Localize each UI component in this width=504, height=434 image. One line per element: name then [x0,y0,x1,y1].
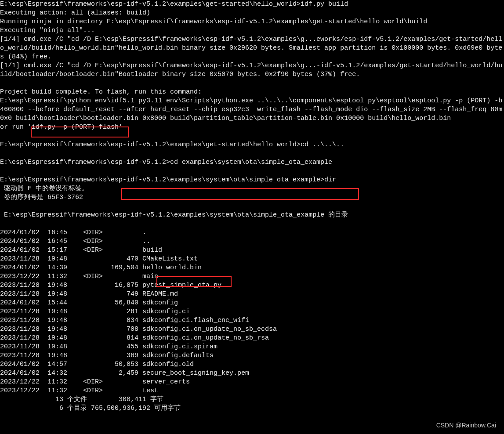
terminal-line: 2023/11/28 19:48 455 sdkconfig.ci.spiram [0,343,504,351]
terminal-line: Project build complete. To flash, run th… [0,88,504,97]
terminal-line: 13 个文件 300,411 字节 [0,395,504,404]
terminal-line: 2024/01/02 14:39 169,504 hello_world.bin [0,264,504,272]
terminal-line: 2024/01/02 15:44 56,840 sdkconfig [0,299,504,307]
terminal-line: 2024/01/02 16:45 <DIR> . [0,228,504,237]
terminal-output: E:\esp\Espressif\frameworks\esp-idf-v5.1… [0,0,504,413]
terminal-line: 2023/12/22 11:32 <DIR> test [0,387,504,395]
terminal-line: 2023/11/28 19:48 814 sdkconfig.ci.on_upd… [0,334,504,343]
terminal-line: 2023/11/28 19:48 281 sdkconfig.ci [0,307,504,316]
terminal-line: 2024/01/02 16:45 <DIR> .. [0,237,504,246]
terminal-line: [1/4] cmd.exe /C "cd /D E:\esp\Espressif… [0,35,504,61]
terminal-line [0,220,504,228]
terminal-line: 2023/12/22 11:32 <DIR> main [0,272,504,281]
terminal-line: 2024/01/02 14:57 50,053 sdkconfig.old [0,360,504,369]
watermark: CSDN @Rainbow.Cai [436,421,496,430]
terminal-line: 2023/11/28 19:48 749 README.md [0,290,504,299]
terminal-line: 驱动器 E 中的卷没有标签。 [0,184,504,193]
terminal-line: E:\esp\Espressif\frameworks\esp-idf-v5.1… [0,211,504,220]
terminal-line: E:\esp\Espressif\frameworks\esp-idf-v5.1… [0,0,504,9]
terminal-line [0,167,504,176]
terminal-line: Running ninja in directory E:\esp\Espres… [0,18,504,26]
terminal-line: E:\esp\Espressif\frameworks\esp-idf-v5.1… [0,176,504,184]
terminal-line [0,79,504,88]
terminal-line: 2023/12/22 11:32 <DIR> server_certs [0,378,504,387]
terminal-line [0,202,504,211]
terminal-line: 2023/11/28 19:48 834 sdkconfig.ci.flash_… [0,316,504,325]
terminal-line: 2023/11/28 19:48 369 sdkconfig.defaults [0,351,504,360]
annotation-arrow [0,413,504,434]
terminal-line: Executing action: all (aliases: build) [0,9,504,18]
terminal-line: 2024/01/02 14:32 2,459 secure_boot_signi… [0,369,504,378]
terminal-line: Executing "ninja all"... [0,26,504,35]
terminal-line: or run 'idf.py -p (PORT) flash' [0,123,504,132]
terminal-line [0,132,504,141]
terminal-line: 卷的序列号是 65F3-3762 [0,193,504,202]
terminal-line: E:\esp\Espressif\frameworks\esp-idf-v5.1… [0,158,504,167]
terminal-line: [1/1] cmd.exe /C "cd /D E:\esp\Espressif… [0,61,504,79]
terminal-line: 2023/11/28 19:48 708 sdkconfig.ci.on_upd… [0,325,504,334]
terminal-line: 2024/01/02 15:17 <DIR> build [0,246,504,255]
terminal-line [0,149,504,158]
terminal-line: 6 个目录 765,500,936,192 可用字节 [0,404,504,413]
terminal-line: 2023/11/28 19:48 16,875 pytest_simple_ot… [0,281,504,290]
terminal-line: E:\esp\Espressif\python_env\idf5.1_py3.1… [0,97,504,123]
terminal-line: 2023/11/28 19:48 470 CMakeLists.txt [0,255,504,264]
terminal-line: E:\esp\Espressif\frameworks\esp-idf-v5.1… [0,141,504,149]
